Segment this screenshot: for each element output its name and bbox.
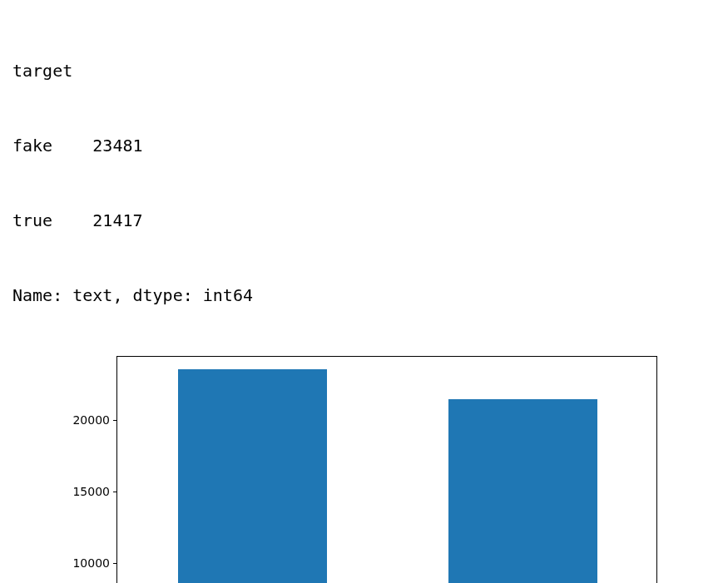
y-tick-label: 10000	[60, 556, 110, 570]
y-axis: 05000100001500020000	[58, 356, 116, 583]
bar-chart: 05000100001500020000 target faketrue	[12, 339, 716, 583]
bar-fake	[178, 369, 327, 583]
output-row-fake: fake 23481	[12, 133, 716, 158]
output-header: target	[12, 58, 716, 83]
plot-area	[116, 356, 657, 583]
output-row-true: true 21417	[12, 208, 716, 233]
pandas-series-output: target fake 23481 true 21417 Name: text,…	[12, 8, 716, 333]
y-tick-label: 15000	[60, 485, 110, 498]
y-tick-label: 20000	[60, 413, 110, 427]
output-dtype: Name: text, dtype: int64	[12, 283, 716, 308]
bar-true	[448, 399, 597, 583]
